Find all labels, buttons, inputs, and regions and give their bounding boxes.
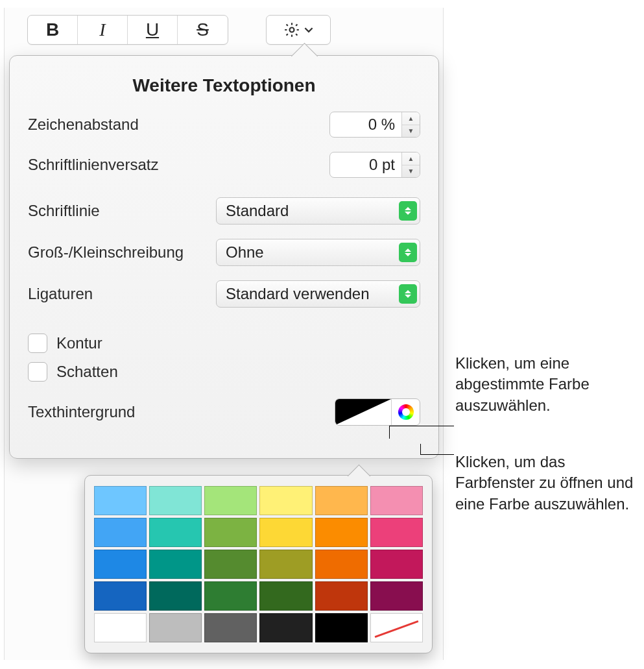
color-swatch[interactable] (370, 581, 423, 611)
shadow-row: Schatten (28, 362, 420, 382)
color-swatch[interactable] (204, 486, 257, 515)
italic-button[interactable]: I (78, 16, 128, 44)
ligatures-select[interactable]: Standard verwenden (216, 280, 420, 308)
baseline-row: Schriftlinienversatz 0 pt ▲ ▼ (28, 152, 420, 178)
style-segmented-control: B I U S (27, 15, 228, 45)
char-spacing-value: 0 % (330, 116, 401, 134)
bold-glyph: B (46, 19, 59, 40)
color-swatch[interactable] (315, 518, 368, 547)
baseline-label: Schriftlinienversatz (28, 156, 329, 174)
color-swatch[interactable] (370, 550, 423, 579)
shadow-label: Schatten (56, 363, 118, 381)
color-swatch[interactable] (259, 550, 312, 579)
char-spacing-row: Zeichenabstand 0 % ▲ ▼ (28, 112, 420, 138)
color-swatch[interactable] (94, 518, 147, 547)
schriftlinie-select[interactable]: Standard (216, 197, 420, 225)
outline-label: Kontur (56, 334, 102, 352)
color-swatch[interactable] (94, 581, 147, 611)
color-swatch[interactable] (204, 613, 257, 642)
baseline-value: 0 pt (330, 156, 401, 174)
color-swatch[interactable] (370, 518, 423, 547)
text-background-row: Texthintergrund (28, 398, 420, 426)
case-label: Groß-/Kleinschreibung (28, 243, 216, 262)
char-spacing-field[interactable]: 0 % ▲ ▼ (329, 112, 420, 138)
text-background-control (335, 398, 420, 426)
char-spacing-label: Zeichenabstand (28, 116, 329, 134)
bold-button[interactable]: B (28, 16, 78, 44)
color-swatch[interactable] (259, 613, 312, 642)
chevron-down-icon (304, 25, 313, 34)
callout-leader (420, 444, 421, 454)
callout-leader (420, 454, 454, 455)
callout-leader (389, 426, 454, 426)
color-swatch[interactable] (94, 550, 147, 579)
case-select[interactable]: Ohne (216, 239, 420, 266)
color-swatch[interactable] (149, 486, 202, 515)
color-swatch[interactable] (149, 613, 202, 642)
ligatures-row: Ligaturen Standard verwenden (28, 280, 420, 308)
color-swatch[interactable] (94, 613, 147, 642)
outline-checkbox[interactable] (28, 334, 47, 353)
stepper-up-icon[interactable]: ▲ (402, 152, 420, 165)
color-palette-grid (94, 486, 423, 642)
color-well-button[interactable] (335, 399, 391, 425)
underline-glyph: U (146, 19, 159, 40)
strikethrough-button[interactable]: S (178, 16, 228, 44)
text-options-popover: Weitere Textoptionen Zeichenabstand 0 % … (9, 55, 439, 459)
stepper-down-icon[interactable]: ▼ (402, 165, 420, 178)
color-swatch[interactable] (204, 581, 257, 611)
char-spacing-stepper[interactable]: ▲ ▼ (401, 112, 420, 137)
color-swatch[interactable] (204, 550, 257, 579)
stepper-down-icon[interactable]: ▼ (402, 125, 420, 138)
case-row: Groß-/Kleinschreibung Ohne (28, 239, 420, 266)
baseline-field[interactable]: 0 pt ▲ ▼ (329, 152, 420, 178)
select-caret-icon (399, 243, 417, 262)
italic-glyph: I (99, 19, 105, 40)
color-wheel-icon (398, 404, 414, 420)
callout-leader (389, 426, 390, 439)
shadow-checkbox[interactable] (28, 362, 47, 382)
callout-color-wheel: Klicken, um das Farbfenster zu öffnen un… (455, 452, 637, 515)
select-caret-icon (399, 201, 417, 221)
color-swatch[interactable] (149, 550, 202, 579)
color-swatch[interactable] (259, 581, 312, 611)
text-background-label: Texthintergrund (28, 403, 335, 421)
color-swatch[interactable] (149, 581, 202, 611)
svg-point-0 (290, 28, 294, 32)
schriftlinie-row: Schriftlinie Standard (28, 197, 420, 225)
color-palette-popover (84, 475, 433, 653)
outline-row: Kontur (28, 334, 420, 353)
color-swatch[interactable] (204, 518, 257, 547)
color-swatch[interactable] (259, 486, 312, 515)
strike-glyph: S (197, 19, 209, 40)
color-swatch[interactable] (315, 486, 368, 515)
ligatures-label: Ligaturen (28, 285, 216, 303)
select-caret-icon (399, 284, 417, 304)
color-swatch[interactable] (370, 486, 423, 515)
schriftlinie-label: Schriftlinie (28, 202, 216, 220)
color-swatch[interactable] (259, 518, 312, 547)
color-swatch[interactable] (315, 550, 368, 579)
case-value: Ohne (226, 243, 399, 262)
more-options-button[interactable] (266, 15, 331, 45)
ligatures-value: Standard verwenden (226, 285, 399, 303)
color-swatch[interactable] (315, 613, 368, 642)
text-style-toolbar: B I U S (27, 15, 331, 45)
underline-button[interactable]: U (128, 16, 178, 44)
color-wheel-button[interactable] (391, 399, 420, 425)
color-swatch[interactable] (149, 518, 202, 547)
gear-icon (283, 21, 300, 38)
color-swatch[interactable] (315, 581, 368, 611)
stepper-up-icon[interactable]: ▲ (402, 112, 420, 125)
color-swatch[interactable] (94, 486, 147, 515)
schriftlinie-value: Standard (226, 202, 399, 220)
color-swatch[interactable] (370, 613, 423, 642)
baseline-stepper[interactable]: ▲ ▼ (401, 152, 420, 177)
popover-title: Weitere Textoptionen (28, 75, 420, 96)
callout-preset-color: Klicken, um eine abgestimmte Farbe auszu… (455, 353, 637, 416)
